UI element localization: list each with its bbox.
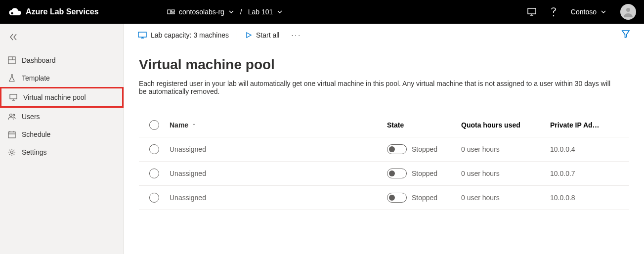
sidebar-item-label: Dashboard <box>22 56 56 64</box>
brand[interactable]: Azure Lab Services <box>8 7 166 16</box>
gear-icon <box>8 148 16 156</box>
state-toggle[interactable] <box>387 193 407 203</box>
cloud-icon <box>8 7 21 16</box>
lab-capacity-button[interactable]: Lab capacity: 3 machines <box>138 31 229 39</box>
filter-button[interactable] <box>621 30 630 41</box>
vm-table: Name ↑ State Quota hours used Private IP… <box>139 113 629 210</box>
breadcrumb-rg-label: contosolabs-rg <box>179 8 224 16</box>
sidebar-item-dashboard[interactable]: Dashboard <box>0 51 124 69</box>
row-ip: 10.0.0.8 <box>550 194 629 202</box>
breadcrumb-lab[interactable]: Lab 101 <box>247 6 284 18</box>
chevron-down-icon <box>277 9 283 15</box>
monitor-icon <box>138 32 147 39</box>
svg-point-16 <box>13 114 15 116</box>
sidebar-item-vm-pool[interactable]: Virtual machine pool <box>0 87 124 108</box>
sidebar-item-label: Settings <box>22 148 47 156</box>
row-name[interactable]: Unassigned <box>170 194 387 202</box>
row-ip: 10.0.0.7 <box>550 169 629 177</box>
directory-picker[interactable]: Contoso <box>571 8 606 16</box>
monitor-icon <box>9 93 17 101</box>
start-all-button[interactable]: Start all <box>245 31 279 39</box>
svg-point-8 <box>626 8 630 12</box>
svg-point-7 <box>553 16 554 16</box>
sidebar-item-label: Schedule <box>22 130 50 138</box>
row-state: Stopped <box>412 194 437 202</box>
flask-icon <box>8 74 16 82</box>
sidebar-item-schedule[interactable]: Schedule <box>0 126 124 143</box>
user-icon <box>623 6 634 17</box>
avatar[interactable] <box>620 4 636 20</box>
svg-rect-12 <box>10 94 17 99</box>
row-quota: 0 user hours <box>461 145 550 153</box>
svg-rect-1 <box>172 10 174 12</box>
row-state: Stopped <box>412 169 437 177</box>
page: Virtual machine pool Each registered use… <box>124 47 644 210</box>
row-quota: 0 user hours <box>461 169 550 177</box>
page-description: Each registered user in your lab will au… <box>139 80 613 95</box>
breadcrumb-resource-group[interactable]: contosolabs-rg <box>166 6 235 18</box>
calendar-icon <box>8 130 16 138</box>
sidebar-item-template[interactable]: Template <box>0 69 124 87</box>
sort-ascending-icon: ↑ <box>192 121 196 129</box>
table-row: Unassigned Stopped 0 user hours 10.0.0.7 <box>139 162 629 186</box>
column-header-quota[interactable]: Quota hours used <box>461 121 550 129</box>
breadcrumb-separator: / <box>240 8 242 16</box>
state-toggle[interactable] <box>387 169 407 178</box>
double-chevron-left-icon <box>9 33 18 42</box>
table-row: Unassigned Stopped 0 user hours 10.0.0.4 <box>139 137 629 162</box>
sidebar-item-label: Virtual machine pool <box>23 93 86 101</box>
resource-group-icon <box>167 8 175 16</box>
main: Lab capacity: 3 machines Start all ··· V… <box>124 24 644 254</box>
lab-capacity-label: Lab capacity: 3 machines <box>151 31 229 39</box>
more-button[interactable]: ··· <box>291 31 301 39</box>
help-icon[interactable] <box>550 7 557 17</box>
topbar: Azure Lab Services contosolabs-rg / Lab … <box>0 0 644 24</box>
row-quota: 0 user hours <box>461 194 550 202</box>
sidebar-item-users[interactable]: Users <box>0 108 124 126</box>
sidebar-item-label: Users <box>22 113 40 121</box>
breadcrumb-lab-label: Lab 101 <box>248 8 273 16</box>
sidebar-item-settings[interactable]: Settings <box>0 143 124 161</box>
table-header: Name ↑ State Quota hours used Private IP… <box>139 113 629 137</box>
row-name[interactable]: Unassigned <box>170 145 387 153</box>
chevron-down-icon <box>228 9 234 15</box>
topbar-right: Contoso <box>527 4 636 20</box>
brand-name: Azure Lab Services <box>26 7 99 16</box>
row-checkbox[interactable] <box>149 144 159 154</box>
svg-rect-4 <box>528 8 536 14</box>
start-all-label: Start all <box>256 31 279 39</box>
column-header-ip[interactable]: Private IP Ad… <box>550 121 629 129</box>
column-header-name[interactable]: Name ↑ <box>170 121 387 129</box>
row-state: Stopped <box>412 145 437 153</box>
svg-point-15 <box>10 114 12 117</box>
row-checkbox[interactable] <box>149 169 159 178</box>
svg-point-21 <box>11 151 13 154</box>
chevron-down-icon <box>601 9 606 15</box>
svg-rect-17 <box>8 132 15 138</box>
page-title: Virtual machine pool <box>139 57 629 73</box>
select-all-checkbox[interactable] <box>149 120 159 130</box>
directory-label: Contoso <box>571 8 597 16</box>
column-header-state[interactable]: State <box>387 121 461 129</box>
dashboard-icon <box>8 56 16 64</box>
play-icon <box>245 32 252 39</box>
breadcrumb: contosolabs-rg / Lab 101 <box>166 6 284 18</box>
users-icon <box>8 113 16 121</box>
sidebar-item-label: Template <box>22 74 50 82</box>
row-ip: 10.0.0.4 <box>550 145 629 153</box>
collapse-sidebar-button[interactable] <box>0 29 124 51</box>
svg-rect-0 <box>168 10 171 14</box>
state-toggle[interactable] <box>387 144 407 154</box>
svg-rect-9 <box>8 57 15 64</box>
table-row: Unassigned Stopped 0 user hours 10.0.0.8 <box>139 186 629 210</box>
toolbar: Lab capacity: 3 machines Start all ··· <box>124 24 644 47</box>
monitor-icon[interactable] <box>527 8 536 16</box>
svg-rect-2 <box>172 13 174 14</box>
row-name[interactable]: Unassigned <box>170 169 387 177</box>
sidebar: Dashboard Template Virtual machine pool … <box>0 24 124 254</box>
svg-rect-22 <box>138 32 146 37</box>
row-checkbox[interactable] <box>149 193 159 203</box>
toolbar-separator <box>237 30 237 40</box>
